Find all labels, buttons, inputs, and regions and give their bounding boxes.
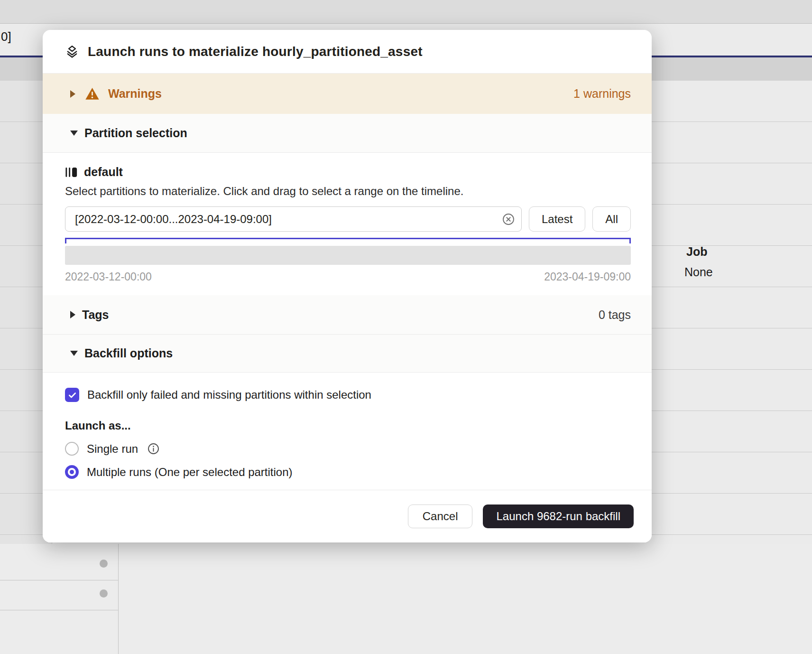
partition-range-input[interactable] [65,206,522,232]
backfill-options-title: Backfill options [84,346,173,360]
warning-triangle-icon [85,87,100,101]
background-job-value: None [684,265,713,279]
launch-backfill-dialog: Launch runs to materialize hourly_partit… [43,30,652,542]
timeline-bar[interactable] [65,246,631,265]
partition-selection-title: Partition selection [84,126,187,140]
timeline-date-labels: 2022-03-12-00:00 2023-04-19-09:00 [65,271,631,283]
launch-backfill-button[interactable]: Launch 9682-run backfill [483,505,634,528]
single-run-label: Single run [87,442,138,456]
partition-dimension-name: default [84,165,123,179]
all-button[interactable]: All [592,206,631,232]
dialog-header: Launch runs to materialize hourly_partit… [43,30,652,74]
background-column-divider [118,544,119,654]
dialog-footer: Cancel Launch 9682-run backfill [43,490,652,542]
checkbox-checked-icon[interactable] [65,388,79,402]
clear-input-icon[interactable] [502,213,515,226]
radio-checked-icon[interactable] [65,465,79,479]
partition-input-row: Latest All [65,206,631,232]
timeline-end-label: 2023-04-19-09:00 [544,271,631,283]
tags-section-header[interactable]: Tags 0 tags [43,295,652,335]
timeline-selection-range[interactable] [65,238,631,243]
background-row-divider [0,610,119,610]
screen: 0] Job None Launch runs to material [0,0,812,654]
background-partial-text: 0] [1,29,11,44]
warnings-count: 1 warnings [573,87,631,101]
multiple-runs-option[interactable]: Multiple runs (One per selected partitio… [65,465,631,479]
chevron-down-icon [70,131,78,136]
background-row-divider [0,580,119,580]
backfill-only-failed-label: Backfill only failed and missing partiti… [87,388,371,402]
cancel-button[interactable]: Cancel [408,505,473,528]
partition-set-icon [65,167,78,178]
background-status-dot [100,560,108,568]
chevron-right-icon [70,311,75,318]
launch-as-label: Launch as... [65,419,631,432]
info-icon[interactable] [147,442,160,455]
latest-button[interactable]: Latest [529,206,585,232]
radio-unchecked-icon[interactable] [65,442,79,456]
partition-range-input-wrap [65,206,522,232]
backfill-options-section-header[interactable]: Backfill options [43,335,652,373]
partition-dimension-row: default [65,165,631,179]
backfill-options-content: Backfill only failed and missing partiti… [43,373,652,490]
single-run-option[interactable]: Single run [65,442,631,456]
partition-selection-section-header[interactable]: Partition selection [43,114,652,153]
materialize-icon [65,45,79,59]
warnings-label: Warnings [108,87,162,101]
backfill-only-failed-row[interactable]: Backfill only failed and missing partiti… [65,388,631,402]
background-bottom-area [0,544,812,654]
timeline-start-label: 2022-03-12-00:00 [65,271,152,283]
tags-count: 0 tags [599,308,631,322]
dialog-title: Launch runs to materialize hourly_partit… [88,44,423,59]
tags-title: Tags [82,308,109,322]
partition-selection-content: default Select partitions to materialize… [43,153,652,295]
chevron-down-icon [70,351,78,356]
background-job-column-header: Job [686,245,707,259]
background-toolbar [0,0,812,24]
background-status-dot [100,589,108,598]
warnings-section-header[interactable]: Warnings 1 warnings [43,74,652,114]
chevron-right-icon [70,90,75,98]
partition-description: Select partitions to materialize. Click … [65,185,631,198]
multiple-runs-label: Multiple runs (One per selected partitio… [87,466,293,479]
